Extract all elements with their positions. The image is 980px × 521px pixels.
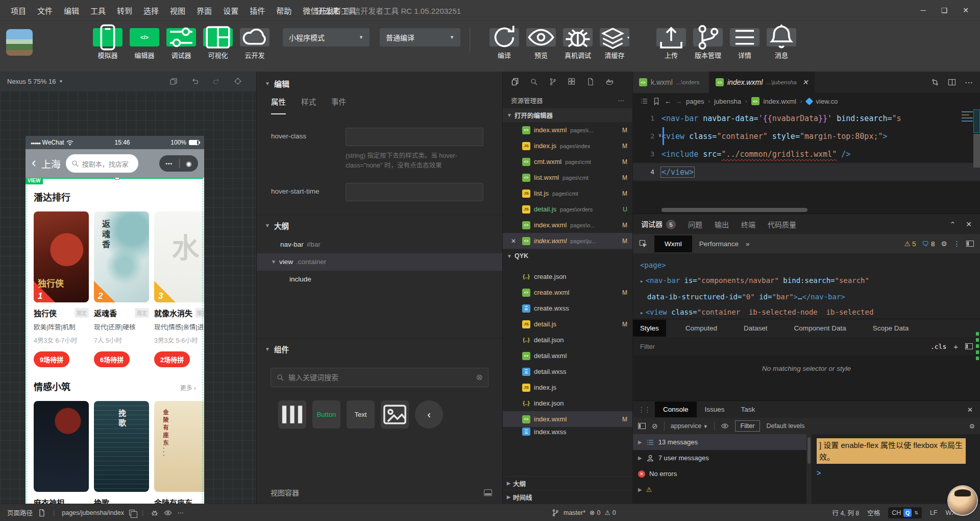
git-branch-name[interactable]: master* — [564, 509, 585, 516]
editor-tab-orders[interactable]: <> k.wxml ...\orders — [633, 72, 709, 93]
tab-issues[interactable]: Issues — [697, 401, 733, 417]
menu-item-6[interactable]: 视图 — [164, 5, 191, 16]
log-levels-select[interactable]: Default levels — [766, 422, 804, 430]
section-时间线[interactable]: ▶时间线 — [503, 490, 632, 504]
search-icon[interactable] — [530, 78, 538, 86]
tab-样式[interactable]: 样式 — [301, 95, 316, 114]
close-tab-icon[interactable]: ✕ — [802, 78, 808, 86]
expand-arrow-icon[interactable]: ▶ — [638, 487, 642, 492]
outline-node-nav-bar[interactable]: nav-bar#bar — [257, 236, 502, 253]
maximize-button[interactable]: ❏ — [941, 6, 948, 14]
redo-icon[interactable] — [212, 77, 220, 85]
float-window-icon[interactable] — [169, 77, 178, 85]
project-avatar[interactable] — [6, 29, 33, 56]
script-card[interactable]: 麻衣神相 — [34, 401, 89, 504]
tab-终端[interactable]: 终端 — [741, 219, 755, 229]
tab-overflow-icon[interactable]: » — [746, 240, 750, 248]
poster-image[interactable]: 金陵有座东... — [154, 401, 204, 492]
menu-item-8[interactable]: 设置 — [217, 5, 244, 16]
hover-class-input[interactable] — [346, 128, 483, 146]
console-group[interactable]: ▶7 user messages — [633, 450, 806, 466]
清缓存-button[interactable]: ▾清缓存 — [600, 28, 629, 60]
poster-image[interactable]: 3水 — [154, 211, 204, 302]
file-create.wxml[interactable]: <>create.wxmlM — [503, 285, 632, 300]
file-list.js[interactable]: JSlist.jspages\cmtM — [503, 185, 632, 201]
bug-icon[interactable] — [151, 509, 159, 517]
预览-button[interactable]: 预览 — [526, 28, 556, 60]
errors-status[interactable]: ⊗ 0 — [590, 509, 600, 516]
expand-arrow-icon[interactable]: ▶ — [638, 439, 642, 445]
console-group[interactable]: ▶13 messages — [633, 434, 806, 450]
file-index.json[interactable]: {..}index.json — [503, 395, 632, 411]
file-detail.wxss[interactable]: Ξdetail.wxss — [503, 364, 632, 380]
tab-事件[interactable]: 事件 — [331, 95, 346, 114]
tab-performance[interactable]: Performance — [699, 240, 739, 248]
fold-icon[interactable]: ∨ — [658, 132, 662, 138]
inspect-crosshair-icon[interactable] — [234, 77, 242, 85]
file-index.wxss[interactable]: Ξindex.wxss — [503, 427, 632, 436]
info-count[interactable]: 🗨 8 — [922, 240, 935, 248]
components-section-header[interactable]: ▼组件 — [257, 338, 502, 360]
component-category-row[interactable]: 视图容器 — [257, 481, 502, 504]
context-selector[interactable]: appservice ▼ — [671, 422, 708, 430]
编辑器-button[interactable]: </>编辑器 — [130, 28, 159, 60]
device-selector[interactable]: Nexus 5 75% 16▼ — [7, 78, 63, 85]
script-card[interactable]: 3水就像水消失...限定现代|情感|亲情|进阶3男3女 5-6小时2场待拼 — [154, 211, 204, 367]
file-index.wxml[interactable]: <>index.wxmlpages\i...M — [503, 122, 632, 138]
breadcrumb-item-pages[interactable]: pages — [686, 98, 704, 105]
menu-item-3[interactable]: 工具 — [85, 5, 111, 16]
tab-输出[interactable]: 输出 — [715, 219, 729, 229]
component-Text[interactable]: Text — [347, 400, 375, 429]
menu-item-5[interactable]: 选择 — [138, 5, 164, 16]
file-create.wxss[interactable]: Ξcreate.wxss — [503, 300, 632, 316]
source-control-icon[interactable] — [549, 78, 557, 86]
collapse-panel-icon[interactable]: ⌃ — [950, 220, 956, 228]
cls-toggle[interactable]: .cls — [930, 343, 946, 350]
script-card[interactable]: 1独行侠独行侠限定欧美|阵营|机制4男3女 6-7小时9场待拼 — [34, 211, 89, 367]
poster-image[interactable] — [34, 401, 89, 492]
console-sidebar-icon[interactable] — [638, 423, 646, 429]
more-actions-icon[interactable]: ⋯ — [177, 509, 184, 516]
project-header[interactable]: ▼QYK — [503, 249, 632, 263]
component-image-icon[interactable] — [381, 400, 409, 429]
outline-node-include[interactable]: include — [257, 271, 502, 288]
split-editor-icon[interactable] — [948, 79, 955, 85]
file-index.wxml[interactable]: ✕<>index.wxmlpages\ju...M — [503, 233, 632, 249]
component-search-input[interactable] — [288, 373, 472, 382]
tab-computed[interactable]: Computed — [678, 320, 724, 337]
component-Button[interactable]: Button — [312, 400, 340, 429]
current-page-path[interactable]: pages/jubensha/index — [62, 509, 124, 516]
消息-button[interactable]: 消息 — [767, 28, 796, 60]
tab-component-data[interactable]: Component Data — [787, 320, 853, 337]
editor-tab-jubensha[interactable]: <> index.wxml ...\jubensha ✕ — [709, 72, 815, 93]
file-detail.js[interactable]: JSdetail.jspages\ordersU — [503, 201, 632, 217]
city-label[interactable]: 上海 — [41, 157, 61, 171]
back-icon[interactable]: ‹ — [32, 156, 36, 169]
close-file-icon[interactable]: ✕ — [511, 238, 516, 245]
tab-问题[interactable]: 问题 — [688, 219, 702, 229]
tab-scope-data[interactable]: Scope Data — [866, 320, 916, 337]
script-card[interactable]: 2返魂香返魂香限定现代|还原|硬核7人 5小时6场待拼 — [94, 211, 149, 367]
file-index.wxml[interactable]: <>index.wxmlpages\o...M — [503, 217, 632, 233]
undo-icon[interactable] — [191, 77, 199, 85]
tab-调试器[interactable]: 调试器5 — [641, 219, 676, 235]
component-columns-icon[interactable] — [278, 400, 306, 429]
outline-node-view[interactable]: ▼view.container — [257, 253, 502, 271]
tab-task[interactable]: Task — [733, 401, 764, 417]
vertical-scrollbar[interactable] — [973, 134, 980, 168]
sync-changes-icon[interactable] — [931, 78, 939, 86]
user-avatar[interactable] — [948, 486, 977, 515]
toggle-sidebar-icon[interactable] — [965, 343, 973, 349]
extensions-icon[interactable] — [568, 78, 576, 86]
breadcrumb-item-jubensha[interactable]: jubensha — [714, 98, 741, 105]
more-link[interactable]: 更多 › — [180, 383, 196, 392]
dock-panel-icon[interactable] — [966, 241, 974, 247]
page-doc-icon[interactable] — [38, 509, 46, 517]
docker-icon[interactable] — [605, 78, 614, 86]
file-icon[interactable] — [586, 78, 595, 86]
menu-item-7[interactable]: 界面 — [191, 5, 217, 16]
详情-button[interactable]: 详情 — [730, 28, 760, 60]
menu-item-10[interactable]: 帮助 — [271, 5, 297, 16]
selection-handle[interactable] — [115, 178, 119, 180]
minimize-button[interactable]: ─ — [921, 6, 926, 14]
